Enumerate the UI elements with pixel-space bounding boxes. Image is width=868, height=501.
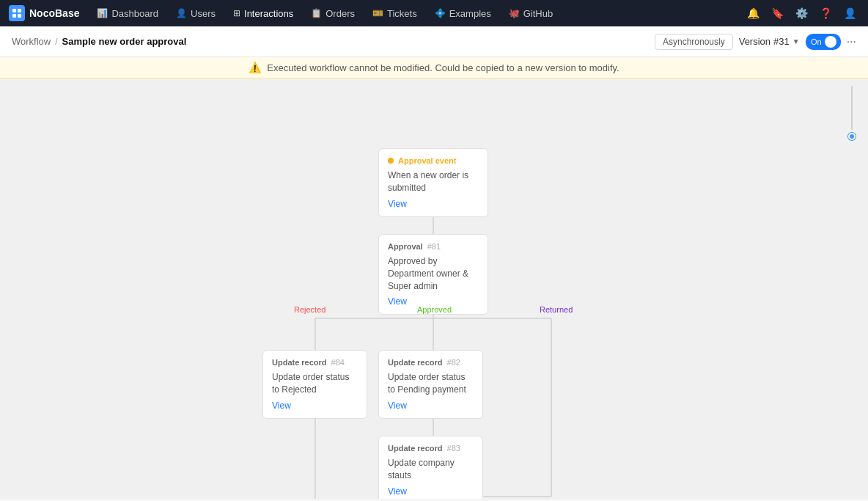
settings-icon[interactable]: ⚙️ — [792, 4, 811, 22]
version-dropdown-icon[interactable]: ▼ — [792, 37, 800, 45]
help-icon[interactable]: ❓ — [817, 4, 835, 22]
trigger-body: When a new order is submitted — [388, 169, 479, 194]
update-approved-type: Update record — [388, 358, 443, 367]
breadcrumb-parent[interactable]: Workflow — [12, 36, 51, 47]
approval-header: Approval #81 — [388, 242, 479, 251]
canvas-area[interactable]: Approval event When a new order is submi… — [0, 78, 868, 499]
warning-icon: ⚠️ — [249, 62, 261, 73]
update-rejected-body: Update order status to Rejected — [272, 371, 358, 396]
mini-map-line — [851, 86, 853, 130]
bookmark-icon[interactable]: 🔖 — [768, 4, 787, 22]
tickets-icon: 🎫 — [372, 8, 383, 18]
logo-icon — [9, 5, 25, 21]
svg-rect-2 — [12, 14, 16, 18]
github-icon: 🐙 — [509, 8, 520, 18]
update-rejected-id: #84 — [331, 358, 345, 367]
update-company-id: #83 — [447, 444, 460, 453]
update-rejected-view-link[interactable]: View — [272, 401, 358, 411]
nav-examples[interactable]: 💠 Examples — [427, 5, 499, 22]
nav-tickets[interactable]: 🎫 Tickets — [365, 5, 424, 22]
users-icon: 👤 — [176, 8, 187, 18]
trigger-view-link[interactable]: View — [388, 199, 479, 209]
update-approved-header: Update record #82 — [388, 358, 474, 367]
approval-body: Approved by Department owner & Super adm… — [388, 255, 479, 292]
breadcrumb-separator: / — [55, 37, 57, 47]
svg-rect-1 — [18, 9, 21, 12]
version-select: Version #31 ▼ — [739, 36, 800, 47]
breadcrumb-actions: Asynchronously Version #31 ▼ On ··· — [655, 34, 856, 50]
approval-node: Approval #81 Approved by Department owne… — [378, 234, 488, 315]
nav-logo[interactable]: NocoBase — [9, 5, 79, 21]
update-rejected-header: Update record #84 — [272, 358, 358, 367]
interactions-icon: ⊞ — [233, 8, 240, 18]
update-company-node: Update record #83 Update company stauts … — [378, 436, 483, 499]
async-button[interactable]: Asynchronously — [655, 34, 733, 50]
update-approved-id: #82 — [447, 358, 460, 367]
nav-orders[interactable]: 📋 Orders — [304, 5, 362, 22]
svg-rect-0 — [12, 9, 16, 12]
nav-users[interactable]: 👤 Users — [169, 5, 223, 22]
update-approved-node: Update record #82 Update order status to… — [378, 350, 483, 419]
toggle-on-button[interactable]: On — [806, 34, 841, 50]
trigger-header: Approval event — [388, 156, 479, 165]
mini-map-dot — [848, 133, 856, 140]
update-company-type: Update record — [388, 444, 443, 453]
orders-icon: 📋 — [311, 8, 322, 18]
toggle-circle — [825, 36, 836, 48]
warning-text: Executed workflow cannot be modified. Co… — [267, 62, 619, 73]
branch-returned-label: Returned — [535, 304, 577, 315]
update-company-view-link[interactable]: View — [388, 486, 474, 497]
update-approved-view-link[interactable]: View — [388, 401, 474, 411]
nav-right: 🔔 🔖 ⚙️ ❓ 👤 — [744, 4, 859, 22]
user-icon[interactable]: 👤 — [841, 4, 859, 22]
update-company-header: Update record #83 — [388, 444, 474, 453]
toggle-label: On — [811, 37, 822, 46]
update-rejected-node: Update record #84 Update order status to… — [262, 350, 367, 419]
dashboard-icon: 📊 — [97, 8, 108, 18]
warning-bar: ⚠️ Executed workflow cannot be modified.… — [0, 57, 868, 78]
logo-text: NocoBase — [29, 7, 79, 19]
trigger-type-label: Approval event — [398, 156, 456, 165]
close-returned-button[interactable]: ✕ — [545, 496, 563, 499]
trigger-node: Approval event When a new order is submi… — [378, 148, 488, 217]
bell-icon[interactable]: 🔔 — [744, 4, 762, 22]
svg-rect-3 — [18, 14, 21, 18]
version-number: #31 — [773, 36, 790, 47]
update-approved-body: Update order status to Pending payment — [388, 371, 474, 396]
approval-type-label: Approval — [388, 242, 423, 251]
version-label: Version — [739, 36, 770, 47]
examples-icon: 💠 — [435, 8, 446, 18]
breadcrumb-current: Sample new order approval — [62, 36, 187, 47]
branch-approved-label: Approved — [413, 304, 456, 315]
update-rejected-type: Update record — [272, 358, 327, 367]
nav-interactions[interactable]: ⊞ Interactions — [226, 5, 301, 22]
breadcrumb-bar: Workflow / Sample new order approval Asy… — [0, 26, 868, 57]
nav-dashboard[interactable]: 📊 Dashboard — [89, 5, 166, 22]
nav-github[interactable]: 🐙 GitHub — [501, 5, 560, 22]
mini-map — [843, 86, 861, 140]
branch-rejected-label: Rejected — [290, 304, 330, 315]
update-company-body: Update company stauts — [388, 457, 474, 482]
more-options-icon[interactable]: ··· — [847, 35, 856, 48]
top-nav: NocoBase 📊 Dashboard 👤 Users ⊞ Interacti… — [0, 0, 868, 26]
event-dot — [388, 158, 394, 164]
approval-id: #81 — [427, 242, 441, 251]
